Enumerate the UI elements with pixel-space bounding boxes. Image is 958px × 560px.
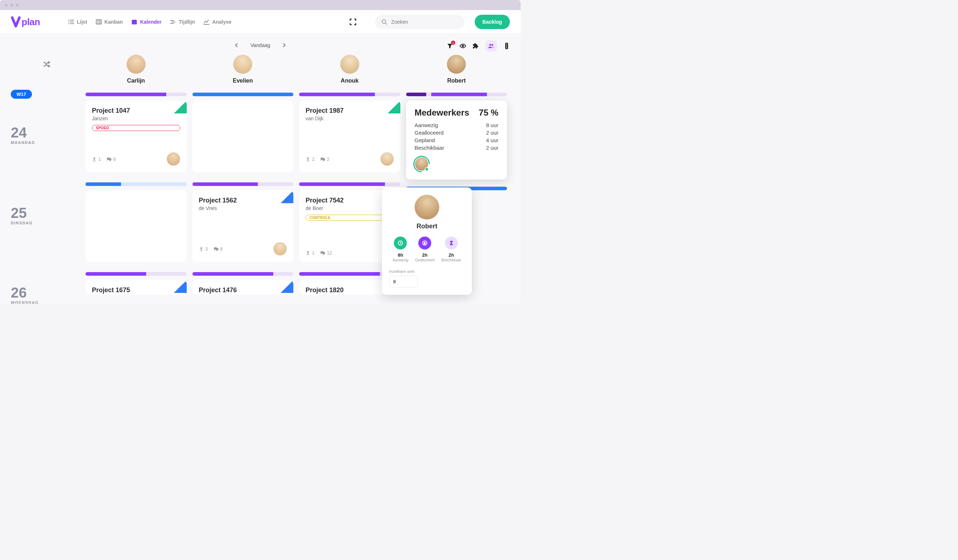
progress-bar (299, 182, 400, 186)
nav-lijst[interactable]: Lijst (68, 19, 87, 25)
window-dot (16, 4, 18, 6)
avatar[interactable] (233, 55, 252, 74)
stat-gealloceerd: 2h Gealloceerd (415, 236, 435, 262)
nav-tijdlijn[interactable]: Tijdlijn (170, 19, 195, 25)
expand-icon[interactable] (350, 19, 356, 25)
people-button[interactable] (485, 40, 497, 52)
nav-label: Kanban (105, 19, 123, 25)
svg-rect-13 (135, 19, 136, 21)
progress-bar (192, 93, 294, 96)
svg-line-19 (385, 23, 387, 24)
prev-arrow-icon[interactable] (235, 43, 239, 48)
progress-bar (299, 93, 400, 96)
project-card[interactable]: Project 1476 (192, 280, 294, 294)
avatar-with-status[interactable] (415, 157, 428, 171)
svg-point-18 (382, 20, 385, 23)
traffic-icon (504, 43, 509, 49)
kanban-icon (96, 19, 102, 25)
avatar[interactable] (380, 152, 394, 166)
nav-kanban[interactable]: Kanban (96, 19, 123, 25)
card-corner-icon (174, 100, 187, 113)
svg-point-26 (506, 48, 508, 48)
search-input[interactable] (392, 19, 458, 25)
eye-icon (460, 43, 466, 49)
svg-point-24 (506, 44, 508, 45)
avatar[interactable] (447, 55, 466, 74)
avatar[interactable] (340, 55, 359, 74)
nav-label: Analyse (212, 19, 232, 25)
project-card[interactable]: Project 1987 van Dijk 2 2 (299, 100, 400, 172)
visibility-button[interactable] (460, 43, 466, 49)
list-icon (68, 19, 74, 25)
progress-bar (406, 93, 508, 96)
empty-card[interactable] (86, 190, 187, 262)
svg-rect-14 (170, 20, 174, 21)
nav-kalender[interactable]: Kalender (132, 19, 162, 25)
upload-icon (306, 157, 310, 162)
progress-bar (86, 272, 187, 276)
medewerkers-panel: Medewerkers 75 % Aanwezig8 uur Geallocee… (406, 100, 508, 179)
day-label: 24 MAANDAG (11, 125, 82, 145)
svg-rect-12 (133, 19, 133, 21)
progress-bar (192, 182, 294, 186)
comment-icon (214, 247, 218, 251)
comment-icon (320, 251, 325, 255)
svg-rect-5 (68, 23, 69, 24)
today-button[interactable]: Vandaag (250, 42, 270, 48)
svg-rect-7 (96, 20, 101, 24)
traffic-button[interactable] (503, 43, 510, 49)
svg-rect-6 (70, 23, 74, 24)
stat-beschikbaar: 2h Beschikbaar (441, 236, 461, 262)
avatar[interactable] (167, 152, 180, 166)
nav-analyse[interactable]: Analyse (204, 19, 232, 25)
empty-card[interactable] (192, 100, 294, 172)
nav-label: Tijdlijn (179, 19, 195, 25)
plugin-icon (473, 43, 479, 49)
person-name: Carlijn (127, 78, 145, 84)
search-bar[interactable] (375, 15, 465, 29)
clock-icon (398, 240, 403, 246)
svg-point-22 (492, 44, 493, 46)
project-card[interactable]: Project 1047 Janzen SPOED 1 6 (86, 100, 187, 172)
filter-badge: 1 (451, 41, 455, 45)
svg-rect-3 (68, 22, 69, 22)
shuffle-icon[interactable] (43, 60, 51, 68)
comment-icon (107, 157, 111, 162)
upload-icon (92, 157, 97, 162)
filter-button[interactable]: 1 (447, 43, 453, 49)
logo: plan (11, 16, 50, 29)
project-card[interactable]: Project 1562 de Vries 3 8 (192, 190, 294, 262)
nav-label: Lijst (77, 19, 87, 25)
avatar[interactable] (126, 55, 146, 74)
puzzle-button[interactable] (473, 43, 479, 49)
progress-bar (86, 182, 187, 186)
stat-aanwezig: 8h Aanwezig (393, 236, 408, 262)
day-label: 26 WOENSDAG (11, 286, 82, 304)
avatar[interactable] (414, 195, 439, 220)
chart-icon (204, 19, 209, 25)
nav-label: Kalender (140, 19, 162, 25)
svg-text:plan: plan (22, 16, 40, 27)
comment-icon (320, 157, 325, 162)
backlog-button[interactable]: Backlog (475, 15, 510, 29)
svg-rect-15 (171, 22, 175, 22)
svg-rect-1 (68, 20, 69, 21)
svg-point-20 (462, 45, 463, 47)
person-column: Carlijn Project 1047 Janzen SPOED 1 6 (82, 55, 190, 304)
person-column: Evelien Project 1562 de Vries 3 8 (190, 55, 297, 304)
card-corner-icon (281, 190, 293, 203)
next-arrow-icon[interactable] (282, 43, 286, 48)
project-card[interactable]: Project 1675 (86, 280, 187, 294)
tag-controle: CONTROLE (306, 215, 394, 221)
svg-point-21 (489, 44, 491, 46)
window-dot (10, 4, 13, 6)
compass-icon (422, 240, 428, 246)
status-dot-icon (425, 167, 429, 171)
avatar[interactable] (273, 242, 287, 255)
svg-point-25 (506, 46, 508, 47)
progress-bar (86, 93, 187, 96)
window-dot (5, 4, 8, 6)
top-nav: plan Lijst Kanban Kalender Tijdlijn Anal… (0, 10, 521, 34)
inzetbare-uren-input[interactable] (389, 276, 418, 287)
person-popup: Robert 8h Aanwezig 2h Gealloceerd 2h Bes… (382, 187, 472, 295)
